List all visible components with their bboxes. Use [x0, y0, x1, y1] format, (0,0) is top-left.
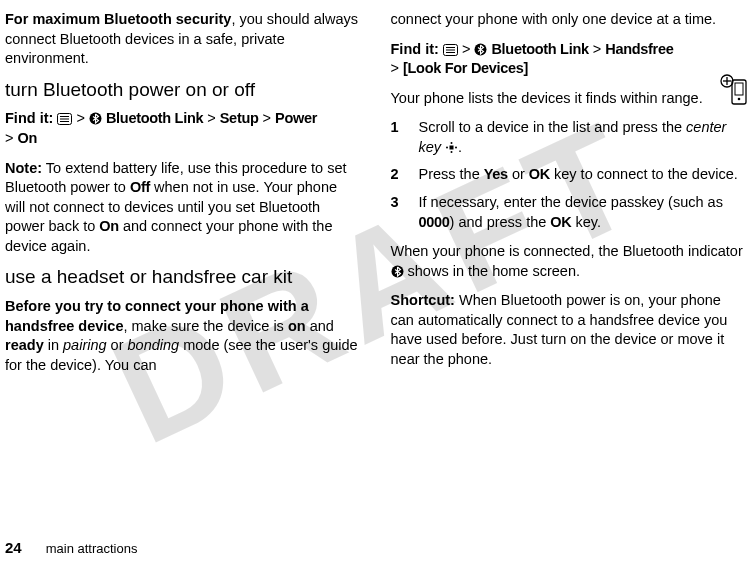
connected-a: When your phone is connected, the Blueto…	[391, 243, 743, 259]
svg-point-18	[446, 146, 448, 148]
path-setup: Setup	[220, 110, 259, 126]
step3-ok: OK	[550, 214, 571, 230]
bluetooth-icon	[89, 112, 102, 125]
before-b: and	[306, 318, 334, 334]
note-on: On	[99, 218, 119, 234]
note-paragraph: Note: To extend battery life, use this p…	[5, 159, 361, 257]
list-intro: Your phone lists the devices it finds wi…	[391, 89, 747, 109]
intro-paragraph: For maximum Bluetooth security, you shou…	[5, 10, 361, 69]
gt: >	[207, 110, 215, 126]
step2-yes: Yes	[484, 166, 508, 182]
step2-ok: OK	[529, 166, 550, 182]
before-c: in	[44, 337, 63, 353]
path-bluetooth-link: Bluetooth Link	[491, 41, 588, 57]
path-look-for-devices: [Look For Devices]	[403, 60, 528, 76]
right-column: connect your phone with only one device …	[391, 10, 747, 520]
step-number: 2	[391, 165, 405, 185]
connected-paragraph: When your phone is connected, the Blueto…	[391, 242, 747, 281]
cont-paragraph: connect your phone with only one device …	[391, 10, 747, 30]
step2-or: or	[508, 166, 529, 182]
gt: >	[462, 41, 470, 57]
center-key-icon	[445, 141, 458, 154]
intro-bold: For maximum Bluetooth security	[5, 11, 231, 27]
gt: >	[593, 41, 601, 57]
before-pairing: pairing	[63, 337, 107, 353]
step1-a: Scroll to a device in the list and press…	[419, 119, 687, 135]
step3-c: key.	[571, 214, 601, 230]
find-it-handsfree: Find it: > Bluetooth Link > Handsfree > …	[391, 40, 747, 79]
gt: >	[5, 130, 13, 146]
heading-power: turn Bluetooth power on or off	[5, 79, 361, 102]
shortcut-paragraph: Shortcut: When Bluetooth power is on, yo…	[391, 291, 747, 369]
gt: >	[76, 110, 84, 126]
step-2: 2 Press the Yes or OK key to connect to …	[391, 165, 747, 185]
step-number: 1	[391, 118, 405, 157]
svg-point-16	[451, 142, 453, 144]
bluetooth-icon	[474, 43, 487, 56]
path-on: On	[18, 130, 38, 146]
before-ready: ready	[5, 337, 44, 353]
find-it-label: Find it:	[391, 41, 439, 57]
step-1: 1 Scroll to a device in the list and pre…	[391, 118, 747, 157]
step-3: 3 If necessary, enter the device passkey…	[391, 193, 747, 232]
bluetooth-icon	[391, 265, 404, 278]
step3-a: If necessary, enter the device passkey (…	[419, 194, 723, 210]
page-footer: 24 main attractions	[5, 539, 137, 556]
before-on: on	[288, 318, 306, 334]
svg-rect-20	[450, 145, 454, 149]
find-it-power: Find it: > Bluetooth Link > Setup > Powe…	[5, 109, 361, 148]
menu-key-icon	[443, 44, 458, 56]
path-handsfree: Handsfree	[605, 41, 673, 57]
path-power: Power	[275, 110, 317, 126]
shortcut-label: Shortcut:	[391, 292, 455, 308]
before-d: or	[107, 337, 128, 353]
heading-handsfree: use a headset or handsfree car kit	[5, 266, 361, 289]
connected-b: shows in the home screen.	[404, 263, 581, 279]
left-column: For maximum Bluetooth security, you shou…	[5, 10, 361, 520]
svg-point-19	[455, 146, 457, 148]
page-number: 24	[5, 539, 22, 556]
before-a: , make sure the device is	[123, 318, 287, 334]
before-paragraph: Before you try to connect your phone wit…	[5, 297, 361, 375]
svg-point-17	[451, 151, 453, 153]
note-off: Off	[130, 179, 150, 195]
section-name: main attractions	[46, 541, 138, 556]
path-bluetooth-link: Bluetooth Link	[106, 110, 203, 126]
note-label: Note:	[5, 160, 42, 176]
gt: >	[263, 110, 271, 126]
step3-code: 0000	[419, 214, 450, 230]
step-number: 3	[391, 193, 405, 232]
step1-b: .	[458, 139, 462, 155]
find-it-label: Find it:	[5, 110, 53, 126]
step3-b: ) and press the	[450, 214, 551, 230]
steps-list: 1 Scroll to a device in the list and pre…	[391, 118, 747, 232]
gt: >	[391, 60, 399, 76]
menu-key-icon	[57, 113, 72, 125]
before-bonding: bonding	[128, 337, 180, 353]
step2-a: Press the	[419, 166, 484, 182]
step2-b: key to connect to the device.	[550, 166, 738, 182]
